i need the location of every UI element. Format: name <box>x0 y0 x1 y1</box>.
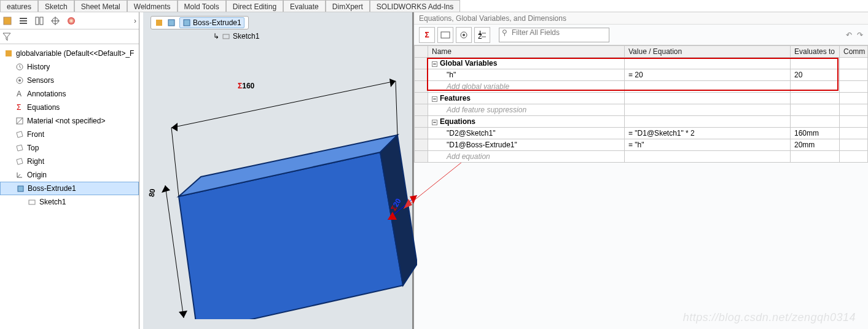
tree-top[interactable]: Top <box>0 141 139 155</box>
tree-item-label: Equations <box>27 103 60 112</box>
equations-table: Name Value / Equation Evaluates to Comm … <box>414 45 868 329</box>
col-comment[interactable]: Comm <box>840 46 868 58</box>
svg-rect-26 <box>223 34 229 39</box>
pointer-icon: ↳ <box>213 32 219 41</box>
tab-evaluate[interactable]: Evaluate <box>283 0 326 12</box>
col-name[interactable]: Name <box>428 46 625 58</box>
tree-right[interactable]: Right <box>0 155 139 168</box>
view-eq-button[interactable] <box>437 27 453 43</box>
svg-rect-3 <box>20 23 27 24</box>
equations-panel: Equations, Global Variables, and Dimensi… <box>413 12 868 329</box>
tree-item-label: Boss-Extrude1 <box>28 184 76 193</box>
tab-dimxpert[interactable]: DimXpert <box>326 0 370 12</box>
svg-line-30 <box>171 81 396 128</box>
svg-text:A: A <box>17 90 22 98</box>
filter-bar[interactable] <box>0 29 139 44</box>
tree-history[interactable]: History <box>0 60 139 74</box>
model-view[interactable] <box>153 74 417 319</box>
col-eval[interactable]: Evaluates to <box>791 46 840 58</box>
svg-line-20 <box>17 174 20 177</box>
row-add-eq[interactable]: Add equation <box>415 151 868 163</box>
sigma-button[interactable]: Σ <box>419 27 435 43</box>
svg-point-9 <box>68 17 75 25</box>
redo-button[interactable]: ↷ <box>857 31 863 39</box>
tree-front[interactable]: Front <box>0 128 139 141</box>
tree-item-label: Sketch1 <box>39 198 66 206</box>
tab-addins[interactable]: SOLIDWORKS Add-Ins <box>370 0 460 12</box>
tab-sketch[interactable]: Sketch <box>38 0 74 12</box>
table-header-row: Name Value / Equation Evaluates to Comm <box>415 46 868 58</box>
svg-text:Σ: Σ <box>17 103 21 112</box>
svg-line-34 <box>396 81 397 135</box>
crumb-boss-extrude[interactable]: Boss-Extrude1 <box>179 17 244 28</box>
crumb-part[interactable] <box>155 18 163 27</box>
filter-input[interactable]: ⚲ Filter All Fields <box>499 28 609 42</box>
feature-tree-icon[interactable] <box>2 16 12 26</box>
svg-rect-23 <box>156 20 162 26</box>
graphics-viewport[interactable]: Boss-Extrude1 ↳ Sketch1 <box>139 12 413 329</box>
property-manager-icon[interactable] <box>18 16 28 26</box>
section-equations[interactable]: −Equations <box>415 116 868 128</box>
sub-breadcrumb[interactable]: ↳ Sketch1 <box>213 32 259 41</box>
tab-sheetmetal[interactable]: Sheet Metal <box>74 0 127 12</box>
tab-strip: eatures Sketch Sheet Metal Weldments Mol… <box>0 0 460 12</box>
config-manager-icon[interactable] <box>34 16 44 26</box>
equations-toolbar: Σ 12 ⚲ Filter All Fields ↶ ↷ <box>414 25 868 45</box>
section-global-variables[interactable]: −Global Variables <box>415 58 868 69</box>
breadcrumb: Boss-Extrude1 <box>151 16 249 29</box>
section-features[interactable]: −Features <box>415 93 868 104</box>
crumb-label: Boss-Extrude1 <box>193 18 241 27</box>
svg-rect-10 <box>6 50 12 56</box>
svg-rect-5 <box>40 17 43 25</box>
row-add-gv[interactable]: Add global variable <box>415 81 868 93</box>
tree-item-label: History <box>27 63 50 71</box>
command-tabs: eatures Sketch Sheet Metal Weldments Mol… <box>0 0 868 12</box>
tab-weldments[interactable]: Weldments <box>127 0 178 12</box>
undo-button[interactable]: ↶ <box>846 31 852 39</box>
extrude-icon <box>15 184 25 193</box>
tree-root[interactable]: globalvariable (Default<<Default>_F <box>0 47 139 60</box>
overflow-chevron-icon[interactable]: › <box>134 17 136 25</box>
tab-features[interactable]: eatures <box>0 0 38 12</box>
tree-item-label: Annotations <box>27 90 66 98</box>
crumb-body[interactable] <box>167 18 176 27</box>
svg-marker-37 <box>179 311 187 318</box>
svg-rect-43 <box>441 32 450 38</box>
svg-marker-32 <box>389 79 396 87</box>
svg-rect-1 <box>20 18 27 19</box>
appearance-manager-icon[interactable] <box>66 16 76 26</box>
dimxpert-manager-icon[interactable] <box>50 16 60 26</box>
row-h[interactable]: "h" = 20 20 <box>415 69 868 81</box>
svg-marker-31 <box>171 123 178 131</box>
tree-origin[interactable]: Origin <box>0 168 139 182</box>
svg-line-17 <box>17 118 23 124</box>
svg-rect-2 <box>20 20 27 21</box>
row-d2sketch[interactable]: "D2@Sketch1"= "D1@Sketch1" * 2160mm <box>415 128 868 139</box>
row-add-feat[interactable]: Add feature suppression <box>415 104 868 116</box>
svg-rect-24 <box>168 20 174 26</box>
feature-tree: globalvariable (Default<<Default>_F Hist… <box>0 44 139 329</box>
sensors-icon <box>15 75 25 85</box>
tab-directedit[interactable]: Direct Editing <box>226 0 283 12</box>
col-value[interactable]: Value / Equation <box>625 46 791 58</box>
tree-sketch1[interactable]: Sketch1 <box>0 195 139 209</box>
plane-icon <box>15 143 25 153</box>
tab-moldtools[interactable]: Mold Tools <box>178 0 226 12</box>
tree-boss-extrude[interactable]: Boss-Extrude1 <box>0 182 139 195</box>
tree-material[interactable]: Material <not specified> <box>0 114 139 128</box>
ordered-view-button[interactable]: 12 <box>474 27 490 43</box>
tree-annotations[interactable]: A Annotations <box>0 87 139 101</box>
svg-text:2: 2 <box>478 32 482 39</box>
sketch-icon <box>27 197 37 207</box>
sketch-icon <box>222 32 230 41</box>
annotations-icon: A <box>15 89 25 99</box>
row-d1boss[interactable]: "D1@Boss-Extrude1"= "h"20mm <box>415 139 868 151</box>
svg-line-33 <box>171 128 179 196</box>
view-dim-button[interactable] <box>456 27 472 43</box>
tree-equations[interactable]: Σ Equations <box>0 101 139 114</box>
part-icon <box>4 48 14 58</box>
filter-placeholder: Filter All Fields <box>512 28 560 37</box>
history-icon <box>15 62 25 72</box>
tree-item-label: Front <box>27 130 44 139</box>
tree-sensors[interactable]: Sensors <box>0 74 139 87</box>
